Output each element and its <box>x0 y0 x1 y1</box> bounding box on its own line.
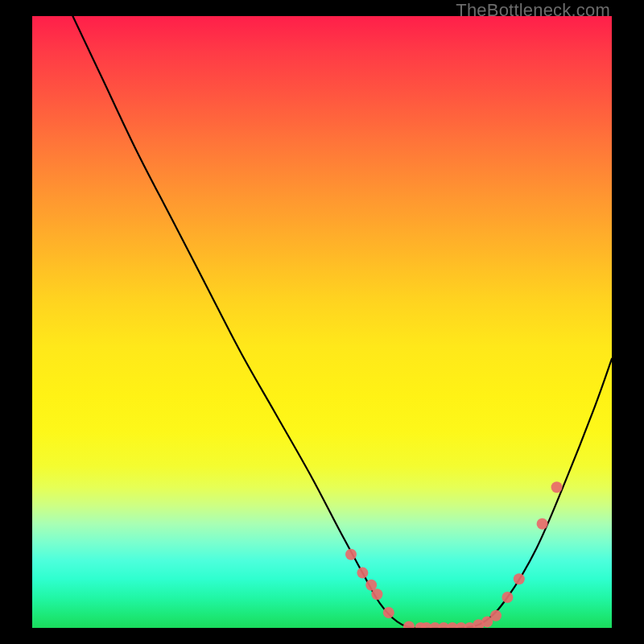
attribution-text: TheBottleneck.com <box>456 0 610 21</box>
highlight-point <box>537 518 548 530</box>
highlight-point <box>551 481 563 493</box>
highlight-point <box>345 549 357 560</box>
highlight-point <box>357 568 368 579</box>
highlight-points <box>32 16 612 628</box>
highlight-point <box>371 588 382 600</box>
highlight-point <box>502 592 513 603</box>
highlight-point <box>383 607 394 618</box>
plot-area <box>32 16 612 628</box>
highlight-point <box>514 573 525 584</box>
highlight-point <box>403 621 415 628</box>
highlight-point <box>490 610 502 621</box>
chart-stage: TheBottleneck.com <box>0 0 644 644</box>
